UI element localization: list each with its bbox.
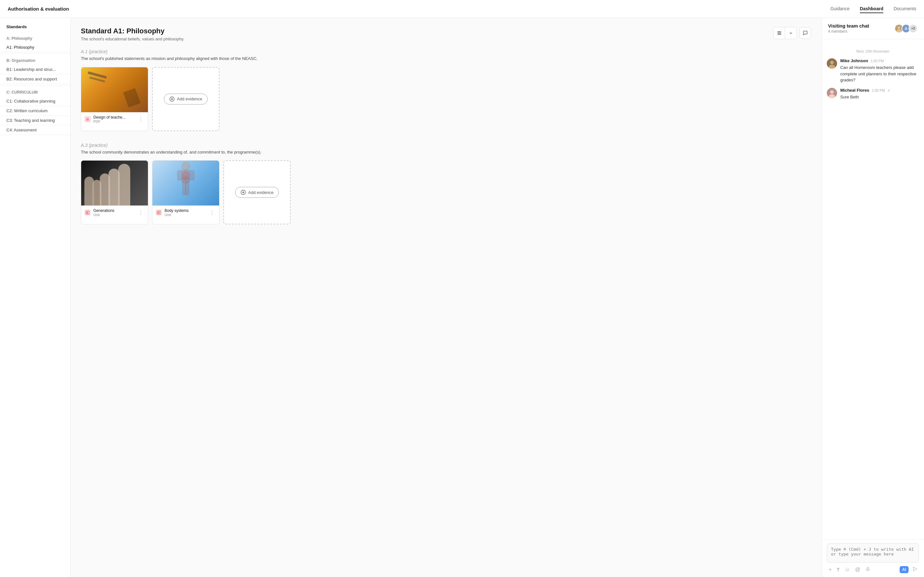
list-view-button[interactable] (774, 27, 785, 39)
msg-avatar-1 (827, 58, 837, 69)
standard-subtitle: The school's educational beliefs, values… (81, 37, 184, 41)
evidence-card-design[interactable]: PDF Design of teache... PDF ⋮ (81, 67, 148, 131)
evidence-img-body-systems (152, 161, 219, 205)
sidebar-item-b2[interactable]: B2: Resources and support (0, 74, 70, 84)
chat-add-button[interactable]: + (828, 566, 832, 573)
evidence-type-generations: Unit (94, 213, 134, 217)
svg-rect-14 (190, 171, 194, 180)
standard-info: Standard A1: Philosophy The school's edu… (81, 27, 184, 41)
sidebar-item-a1[interactable]: A1: Philosophy (0, 43, 70, 52)
svg-rect-13 (178, 171, 182, 180)
svg-text:PDF: PDF (86, 119, 89, 121)
add-evidence-button-a3[interactable]: Add evidence (235, 187, 279, 198)
chat-text-format-button[interactable]: T (836, 566, 840, 573)
svg-rect-18 (158, 211, 160, 212)
svg-rect-7 (86, 213, 88, 213)
chat-emoji-button[interactable]: ☺ (844, 566, 851, 573)
chat-message-2: Micheal Flores 1:00 PM ✓ Sure Beth (827, 88, 919, 100)
svg-point-9 (182, 162, 190, 170)
svg-rect-1 (777, 33, 781, 33)
section-a3-tag: (practice) (89, 143, 107, 148)
msg-text-2: Sure Beth (840, 94, 919, 100)
evidence-grid-a3: Generations Unit ⋮ (81, 160, 811, 224)
sidebar-item-c1[interactable]: C1: Collaborative planning (0, 97, 70, 106)
svg-point-12 (182, 177, 190, 183)
add-evidence-card-a1[interactable]: Add evidence (152, 67, 220, 131)
evidence-card-body-systems[interactable]: Body systems Unit ⋮ (152, 160, 220, 224)
msg-text-1: Can all Homeroom teachers please add com… (840, 64, 919, 83)
app-container: Authorisation & evaluation Guidance Dash… (0, 0, 924, 577)
tab-documents[interactable]: Documents (893, 5, 916, 13)
chat-title: Visiting team chat (828, 23, 869, 29)
msg-verified-2: ✓ (887, 89, 890, 93)
sidebar-title: Standards (0, 24, 70, 33)
evidence-type-body-systems: Unit (165, 213, 206, 217)
sidebar-group-a: A: Philosophy (0, 33, 70, 43)
chat-mic-button[interactable] (865, 566, 871, 573)
chat-toggle-button[interactable] (800, 27, 811, 39)
chat-input-area: + T ☺ @ AI (822, 539, 924, 577)
svg-rect-0 (777, 31, 781, 32)
svg-point-29 (830, 90, 834, 93)
pdf-icon: PDF (84, 116, 91, 122)
main-layout: Standards A: Philosophy A1: Philosophy B… (0, 18, 924, 577)
unit-icon-body-systems (156, 210, 162, 216)
chat-members-count: 4 members (828, 29, 869, 34)
header-actions (773, 27, 811, 39)
chat-message-1: Mike Johnson 1:00 PM Can all Homeroom te… (827, 58, 919, 83)
section-a3-label: A.3 (practice) (81, 143, 811, 148)
section-a1-label: A.1 (practice) (81, 49, 811, 54)
sidebar-item-c3[interactable]: C3: Teaching and learning (0, 116, 70, 125)
msg-content-1: Mike Johnson 1:00 PM Can all Homeroom te… (840, 58, 919, 83)
evidence-footer-body-systems: Body systems Unit ⋮ (152, 205, 219, 219)
chat-ai-button[interactable]: AI (900, 566, 909, 573)
section-a3: A.3 (practice) The school community demo… (81, 143, 811, 225)
avatar-count: +2 (909, 24, 918, 33)
top-nav: Authorisation & evaluation Guidance Dash… (0, 0, 924, 18)
add-evidence-button-a1[interactable]: Add evidence (164, 93, 208, 105)
sidebar: Standards A: Philosophy A1: Philosophy B… (0, 18, 71, 577)
add-evidence-label-a1: Add evidence (177, 97, 202, 101)
msg-time-1: 1:00 PM (871, 59, 884, 63)
svg-point-26 (830, 61, 834, 64)
chat-send-button[interactable] (913, 566, 918, 573)
msg-header-2: Micheal Flores 1:00 PM ✓ (840, 88, 919, 93)
evidence-card-generations[interactable]: Generations Unit ⋮ (81, 160, 148, 224)
sidebar-item-c4[interactable]: C4: Assessment (0, 125, 70, 135)
content-area: Standard A1: Philosophy The school's edu… (71, 18, 821, 577)
evidence-img-generations (81, 161, 148, 205)
evidence-menu-design[interactable]: ⋮ (137, 115, 145, 123)
evidence-footer-generations: Generations Unit ⋮ (81, 205, 148, 219)
sidebar-item-c2[interactable]: C2: Written curriculum (0, 106, 70, 116)
chat-mention-button[interactable]: @ (855, 566, 861, 573)
add-evidence-card-a3[interactable]: Add evidence (223, 160, 291, 224)
evidence-img-scissors (81, 67, 148, 112)
svg-rect-16 (186, 183, 189, 195)
msg-name-1: Mike Johnson (840, 58, 868, 63)
svg-rect-19 (158, 213, 160, 213)
chat-input[interactable] (827, 543, 919, 562)
evidence-menu-body-systems[interactable]: ⋮ (208, 209, 216, 216)
svg-point-23 (898, 26, 901, 29)
msg-header-1: Mike Johnson 1:00 PM (840, 58, 919, 63)
evidence-name-design: Design of teache... (94, 115, 134, 119)
sidebar-group-c: C: CURRICULUM (0, 87, 70, 97)
dropdown-view-button[interactable] (785, 27, 796, 39)
sidebar-item-b1[interactable]: B1: Leadership and struc... (0, 65, 70, 74)
chat-panel: Visiting team chat 4 members A +2 (821, 18, 924, 577)
section-a1-tag: (practice) (89, 49, 107, 54)
evidence-menu-generations[interactable]: ⋮ (137, 209, 145, 216)
chat-header-info: Visiting team chat 4 members (828, 23, 869, 34)
evidence-name-body-systems: Body systems (165, 208, 206, 213)
chat-date-separator: Wed, 10th November (827, 49, 919, 53)
app-title: Authorisation & evaluation (8, 6, 69, 11)
tab-guidance[interactable]: Guidance (830, 5, 850, 13)
msg-time-2: 1:00 PM (872, 89, 885, 92)
svg-rect-31 (867, 567, 869, 569)
section-a1-desc: The school's published statements as mis… (81, 55, 811, 62)
unit-icon-generations (84, 210, 91, 216)
svg-rect-15 (183, 183, 186, 195)
evidence-info-design: Design of teache... PDF (94, 115, 134, 123)
chat-header: Visiting team chat 4 members A +2 (822, 18, 924, 39)
tab-dashboard[interactable]: Dashboard (860, 5, 883, 13)
